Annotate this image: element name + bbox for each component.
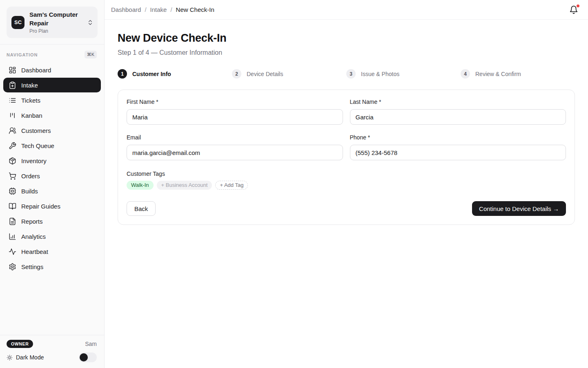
add-tag-button[interactable]: + Add Tag: [215, 181, 248, 190]
sidebar-item-label: Inventory: [21, 157, 47, 164]
sidebar-item-settings[interactable]: Settings: [3, 259, 101, 274]
sidebar-item-customers[interactable]: Customers: [3, 123, 101, 138]
last-name-field[interactable]: [350, 109, 566, 125]
tag-walk-in[interactable]: Walk-In: [127, 181, 154, 190]
sidebar-item-label: Settings: [21, 263, 43, 270]
sidebar-item-repair-guides[interactable]: Repair Guides: [3, 199, 101, 213]
sidebar-item-inventory[interactable]: Inventory: [3, 153, 101, 168]
sidebar-item-tickets[interactable]: Tickets: [3, 93, 101, 108]
main-area: Dashboard / Intake / New Check-In New De…: [105, 0, 588, 368]
workspace-plan: Pro Plan: [29, 28, 82, 34]
workspace-name: Sam's Computer Repair: [29, 11, 82, 27]
command-palette-shortcut[interactable]: ⌘K: [85, 51, 97, 58]
dashboard-icon: [8, 66, 16, 74]
sidebar-item-label: Intake: [21, 82, 38, 89]
sidebar-item-tech-queue[interactable]: Tech Queue: [3, 138, 101, 153]
breadcrumb-intake[interactable]: Intake: [150, 6, 167, 13]
sidebar-item-orders[interactable]: Orders: [3, 168, 101, 183]
cpu-icon: [8, 187, 16, 195]
step-label: Review & Confirm: [475, 71, 521, 77]
workspace-avatar: SC: [11, 16, 24, 29]
sidebar-item-intake[interactable]: Intake: [3, 78, 101, 92]
sidebar: SC Sam's Computer Repair Pro Plan NAVIGA…: [0, 0, 105, 368]
step-label: Customer Info: [132, 71, 171, 77]
dark-mode-toggle[interactable]: [79, 352, 97, 362]
toggle-knob: [80, 353, 88, 361]
sidebar-item-label: Dashboard: [21, 67, 51, 74]
step-customer-info[interactable]: 1 Customer Info: [118, 69, 232, 79]
step-label: Device Details: [247, 71, 283, 77]
step-review-confirm[interactable]: 4 Review & Confirm: [461, 69, 575, 79]
sidebar-footer: OWNER Sam Dark Mode: [0, 335, 104, 368]
sidebar-item-label: Reports: [21, 218, 43, 225]
package-icon: [8, 157, 16, 165]
phone-field[interactable]: [350, 145, 566, 160]
sidebar-item-label: Builds: [21, 188, 38, 195]
clipboard-plus-icon: [8, 81, 16, 89]
page-title: New Device Check-In: [118, 32, 575, 45]
notifications-button[interactable]: [568, 4, 579, 16]
wizard-stepper: 1 Customer Info 2 Device Details 3 Issue…: [118, 69, 575, 79]
customer-tags-label: Customer Tags: [127, 171, 566, 177]
notification-dot: [577, 4, 579, 7]
bar-chart-icon: [8, 232, 16, 240]
sidebar-item-label: Analytics: [21, 233, 46, 240]
step-number: 3: [346, 69, 356, 79]
topbar: Dashboard / Intake / New Check-In: [105, 0, 588, 20]
file-text-icon: [8, 217, 16, 225]
step-number: 2: [232, 69, 241, 79]
sidebar-item-label: Kanban: [21, 112, 42, 119]
sidebar-item-label: Repair Guides: [21, 203, 60, 210]
phone-label: Phone *: [350, 134, 566, 141]
page-subtitle: Step 1 of 4 — Customer Information: [118, 49, 575, 56]
workspace-selector[interactable]: SC Sam's Computer Repair Pro Plan: [7, 7, 98, 38]
email-label: Email: [127, 134, 343, 141]
kanban-icon: [8, 111, 16, 119]
last-name-label: Last Name *: [350, 99, 566, 105]
tag-business-account[interactable]: + Business Account: [157, 181, 212, 190]
navigation-section-label: NAVIGATION: [7, 52, 38, 57]
sidebar-item-reports[interactable]: Reports: [3, 214, 101, 229]
sidebar-item-label: Orders: [21, 173, 40, 180]
back-button[interactable]: Back: [127, 201, 156, 216]
page-content: New Device Check-In Step 1 of 4 — Custom…: [105, 20, 588, 237]
users-icon: [8, 126, 16, 135]
sidebar-item-label: Heartbeat: [21, 248, 48, 255]
sidebar-item-dashboard[interactable]: Dashboard: [3, 63, 101, 77]
step-number: 4: [461, 69, 470, 79]
sidebar-nav: Dashboard Intake Tickets Kanban Customer…: [0, 63, 104, 274]
sidebar-item-builds[interactable]: Builds: [3, 184, 101, 198]
wrench-icon: [8, 141, 16, 150]
first-name-label: First Name *: [127, 99, 343, 105]
step-number: 1: [118, 69, 127, 79]
book-open-icon: [8, 202, 16, 210]
sidebar-item-label: Tickets: [21, 97, 40, 104]
continue-button[interactable]: Continue to Device Details →: [472, 201, 566, 216]
sidebar-item-kanban[interactable]: Kanban: [3, 108, 101, 123]
sidebar-item-heartbeat[interactable]: Heartbeat: [3, 244, 101, 259]
breadcrumb: Dashboard / Intake / New Check-In: [111, 6, 214, 13]
app-window: SC Sam's Computer Repair Pro Plan NAVIGA…: [0, 0, 588, 368]
step-device-details[interactable]: 2 Device Details: [232, 69, 346, 79]
shopping-cart-icon: [8, 172, 16, 180]
activity-pulse-icon: [8, 247, 16, 256]
user-name: Sam: [85, 341, 97, 347]
role-badge: OWNER: [7, 340, 33, 348]
sun-icon: [7, 355, 13, 361]
customer-tags-section: Customer Tags Walk-In + Business Account…: [127, 171, 566, 190]
chevrons-up-down-icon: [87, 19, 94, 26]
breadcrumb-current: New Check-In: [176, 6, 214, 13]
breadcrumb-separator: /: [170, 6, 172, 13]
first-name-field[interactable]: [127, 109, 343, 125]
step-issue-photos[interactable]: 3 Issue & Photos: [346, 69, 461, 79]
breadcrumb-separator: /: [145, 6, 146, 13]
breadcrumb-dashboard[interactable]: Dashboard: [111, 6, 141, 13]
gear-icon: [8, 263, 16, 271]
dark-mode-label: Dark Mode: [16, 354, 76, 361]
sidebar-item-label: Customers: [21, 127, 51, 134]
email-field[interactable]: [127, 145, 343, 160]
check-in-form-card: First Name * Last Name * Email Phone *: [118, 90, 575, 225]
sidebar-item-label: Tech Queue: [21, 142, 54, 149]
sidebar-item-analytics[interactable]: Analytics: [3, 229, 101, 244]
step-label: Issue & Photos: [361, 71, 399, 77]
